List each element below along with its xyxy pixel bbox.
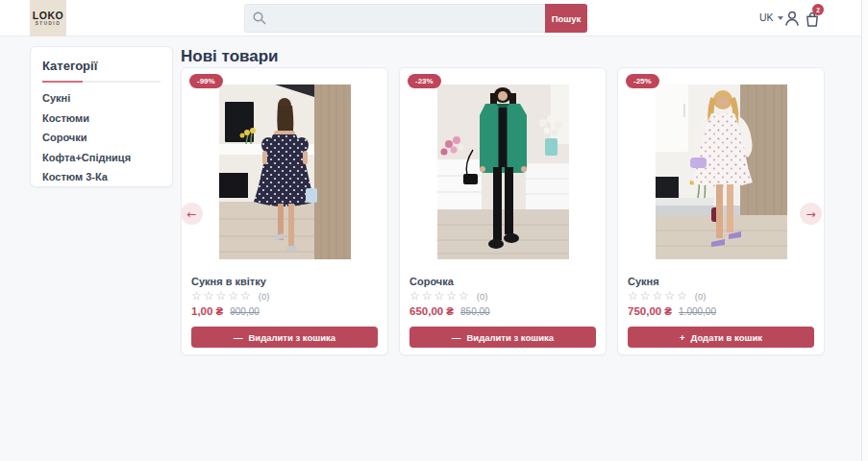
category-sidebar: Категорії Сукні Костюми Сорочки Кофта+Сп… — [30, 46, 173, 187]
current-price: 1,00 ₴ — [191, 305, 223, 317]
sidebar-item-sorochky[interactable]: Сорочки — [42, 133, 161, 143]
carousel-next-button[interactable]: → — [800, 203, 822, 225]
product-title[interactable]: Сукня — [628, 276, 814, 287]
language-label: UK — [759, 12, 774, 23]
product-rating: ☆☆☆☆☆ (0) — [628, 289, 706, 303]
rating-count: (0) — [695, 291, 707, 302]
discount-badge: -25% — [626, 74, 659, 88]
product-image[interactable] — [656, 85, 787, 259]
user-icon — [783, 10, 801, 27]
logo[interactable]: LOKO STUDIO — [30, 0, 66, 36]
header: LOKO STUDIO Пошук UK 2 — [0, 0, 868, 36]
star-rating-icons: ☆☆☆☆☆ — [409, 289, 471, 303]
discount-badge: -23% — [408, 74, 441, 88]
sidebar-item-sukni[interactable]: Сукні — [42, 93, 161, 104]
star-rating-icons: ☆☆☆☆☆ — [191, 289, 253, 303]
product-rating: ☆☆☆☆☆ (0) — [409, 289, 487, 303]
scrollbar[interactable] — [861, 0, 868, 461]
remove-from-cart-button[interactable]: — Видалити з кошика — [191, 327, 378, 348]
search-bar: Пошук — [244, 4, 587, 33]
minus-icon: — — [452, 332, 461, 343]
product-image[interactable] — [437, 85, 569, 259]
account-button[interactable] — [783, 10, 801, 27]
logo-title: LOKO — [33, 11, 63, 21]
product-title[interactable]: Сорочка — [409, 276, 596, 287]
old-price: 850,00 — [460, 306, 490, 317]
product-card: -23% — [399, 67, 607, 355]
add-to-cart-button[interactable]: + Додати в кошик — [628, 327, 814, 348]
star-rating-icons: ☆☆☆☆☆ — [628, 289, 689, 303]
sidebar-item-kostyumy[interactable]: Костюми — [42, 113, 161, 124]
sidebar-item-kostyum-3ka[interactable]: Костюм 3-Ка — [42, 172, 161, 182]
sidebar-divider — [42, 81, 161, 83]
product-title[interactable]: Сукня в квітку — [191, 276, 378, 287]
minus-icon: — — [234, 332, 243, 343]
product-image[interactable] — [219, 85, 351, 259]
search-button[interactable]: Пошук — [545, 4, 587, 33]
current-price: 650,00 ₴ — [409, 305, 454, 317]
product-card: -99% — [181, 67, 388, 355]
category-list: Сукні Костюми Сорочки Кофта+Спідниця Кос… — [31, 93, 172, 182]
page-title: Нові товари — [181, 47, 279, 66]
product-carousel: -99% — [181, 67, 825, 355]
sidebar-title: Категорії — [42, 59, 161, 73]
product-price-row: 1,00 ₴ 900,00 — [191, 305, 260, 317]
carousel-prev-button[interactable]: ← — [181, 203, 203, 225]
rating-count: (0) — [259, 291, 270, 302]
product-price-row: 650,00 ₴ 850,00 — [409, 305, 490, 317]
language-selector[interactable]: UK — [759, 12, 783, 23]
current-price: 750,00 ₴ — [628, 305, 672, 317]
discount-badge: -99% — [189, 74, 223, 88]
button-label: Видалити з кошика — [466, 332, 554, 343]
button-label: Видалити з кошика — [248, 332, 335, 343]
plus-icon: + — [680, 332, 685, 343]
arrow-left-icon: ← — [186, 207, 196, 221]
product-price-row: 750,00 ₴ 1.000,00 — [628, 305, 716, 317]
sidebar-item-kofta-spidnytsya[interactable]: Кофта+Спідниця — [42, 153, 161, 163]
search-input[interactable] — [244, 4, 545, 33]
rating-count: (0) — [477, 291, 488, 302]
chevron-down-icon — [778, 16, 783, 20]
old-price: 1.000,00 — [679, 306, 716, 317]
logo-subtitle: STUDIO — [36, 21, 62, 26]
product-card: -25% — [617, 67, 825, 355]
remove-from-cart-button[interactable]: — Видалити з кошика — [409, 327, 596, 348]
button-label: Додати в кошик — [691, 332, 762, 343]
product-rating: ☆☆☆☆☆ (0) — [191, 289, 269, 303]
cart-count-badge: 2 — [812, 4, 824, 15]
old-price: 900,00 — [230, 306, 260, 317]
arrow-right-icon: → — [806, 207, 815, 221]
